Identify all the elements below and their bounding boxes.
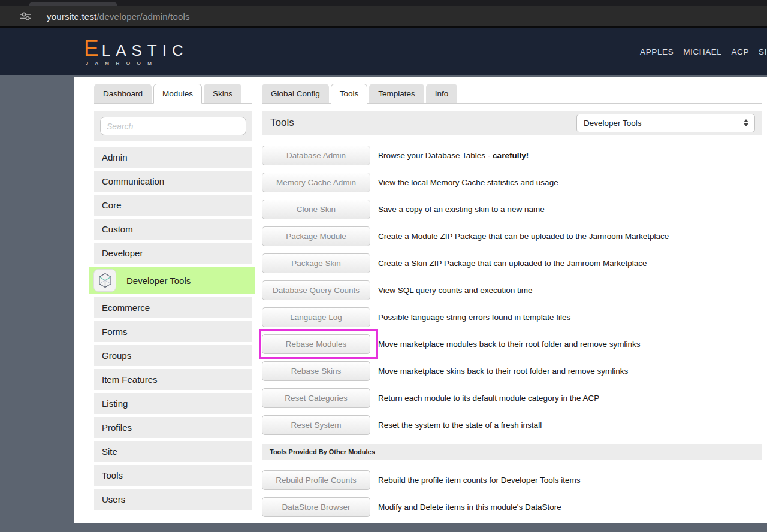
package-module-button[interactable]: Package Module <box>262 226 370 246</box>
tool-row-reset-categories: Reset CategoriesReturn each module to it… <box>262 388 762 408</box>
language-log-button[interactable]: Language Log <box>262 307 370 327</box>
tool-row-database-admin: Database AdminBrowse your Database Table… <box>262 146 762 165</box>
sidebar-item-core[interactable]: Core <box>94 195 252 216</box>
sidebar-item-admin[interactable]: Admin <box>94 147 252 168</box>
tool-row-clone-skin: Clone SkinSave a copy of an existing ski… <box>262 200 762 219</box>
sidebar-item-label: Users <box>102 494 125 504</box>
browser-tab[interactable] <box>29 2 117 6</box>
rebase-modules-button[interactable]: Rebase Modules <box>262 334 370 354</box>
nav-item-michael[interactable]: MICHAEL <box>683 47 721 56</box>
tab-global-config[interactable]: Global Config <box>262 84 329 103</box>
sidebar-item-label: Profiles <box>102 422 132 433</box>
database-query-counts-button[interactable]: Database Query Counts <box>262 280 370 300</box>
content-card: DashboardModulesSkins Global ConfigTools… <box>74 77 767 523</box>
rebuild-profile-counts-description: Rebuild the profile item counts for Deve… <box>378 476 580 485</box>
datastore-browser-description: Modify and Delete items in this module's… <box>378 503 561 512</box>
sidebar-item-label: Core <box>102 200 122 210</box>
tool-row-rebase-modules: Rebase ModulesMove marketplace modules b… <box>262 334 762 354</box>
language-log-description: Possible language string errors found in… <box>378 313 570 322</box>
url-text[interactable]: yoursite.test/developer/admin/tools <box>47 11 190 22</box>
memory-cache-admin-button[interactable]: Memory Cache Admin <box>262 173 370 192</box>
section-header: Tools Provided By Other Modules <box>262 444 762 460</box>
rebase-skins-button[interactable]: Rebase Skins <box>262 361 370 381</box>
reset-system-button[interactable]: Reset System <box>262 415 370 435</box>
sidebar-item-users[interactable]: Users <box>94 489 252 510</box>
sidebar-item-developer-tools[interactable]: Developer Tools <box>89 267 255 294</box>
tab-tools[interactable]: Tools <box>331 84 368 104</box>
sidebar-item-label: Item Features <box>102 374 158 385</box>
sidebar-item-listing[interactable]: Listing <box>94 393 252 414</box>
sidebar-item-site[interactable]: Site <box>94 441 252 462</box>
sidebar-item-profiles[interactable]: Profiles <box>94 417 252 438</box>
other-tool-list: Rebuild Profile CountsRebuild the profil… <box>262 470 762 517</box>
sidebar-item-custom[interactable]: Custom <box>94 219 252 240</box>
sidebar-item-label: Forms <box>102 327 128 337</box>
tab-modules[interactable]: Modules <box>153 84 202 104</box>
datastore-browser-button[interactable]: DataStore Browser <box>262 497 370 517</box>
nav-item-apples[interactable]: APPLES <box>640 47 674 56</box>
sidebar-item-label: Ecommerce <box>102 303 150 313</box>
reset-system-description: Reset the system to the state of a fresh… <box>378 421 542 430</box>
logo-wordmark: LASTIC <box>102 43 189 58</box>
sidebar-item-label: Developer <box>102 248 143 258</box>
logo-initial: E <box>84 37 99 59</box>
package-skin-button[interactable]: Package Skin <box>262 253 370 273</box>
sidebar-item-forms[interactable]: Forms <box>94 321 252 342</box>
tab-group-tools: Global ConfigToolsTemplatesInfo <box>262 84 762 104</box>
tool-row-language-log: Language LogPossible language string err… <box>262 307 762 327</box>
sliders-icon[interactable] <box>20 12 31 20</box>
package-skin-description: Create a Skin ZIP Package that can uploa… <box>378 259 647 268</box>
highlighted-button-wrap: Rebase Modules <box>262 334 370 354</box>
elastic-jamroom-logo[interactable]: E LASTIC JAMROOM <box>84 37 189 66</box>
tools-select[interactable]: Developer Tools <box>576 114 755 132</box>
tool-row-memory-cache-admin: Memory Cache AdminView the local Memory … <box>262 173 762 192</box>
reset-categories-description: Return each module to its default module… <box>378 394 599 403</box>
sidebar-item-label: Site <box>102 446 117 457</box>
app-header: E LASTIC JAMROOM APPLESMICHAELACPSI <box>0 28 767 75</box>
rebuild-profile-counts-button[interactable]: Rebuild Profile Counts <box>262 470 370 490</box>
tab-templates[interactable]: Templates <box>369 84 424 103</box>
sidebar-item-ecommerce[interactable]: Ecommerce <box>94 297 252 318</box>
select-arrows-icon <box>744 119 748 126</box>
database-admin-button[interactable]: Database Admin <box>262 146 370 165</box>
database-admin-description: Browse your Database Tables - carefully! <box>378 151 529 160</box>
sidebar-item-label: Tools <box>102 470 123 480</box>
memory-cache-admin-description: View the local Memory Cache statistics a… <box>378 178 558 187</box>
logo-subtitle: JAMROOM <box>86 61 189 66</box>
tab-info[interactable]: Info <box>426 84 458 103</box>
browser-url-bar[interactable]: yoursite.test/developer/admin/tools <box>0 6 767 28</box>
nav-item-site[interactable]: SI <box>759 47 767 56</box>
sidebar-item-developer[interactable]: Developer <box>94 243 252 264</box>
sidebar-item-label: Admin <box>102 152 128 162</box>
nav-item-acp[interactable]: ACP <box>731 47 749 56</box>
sidebar-item-label: Communication <box>102 176 164 186</box>
rebase-modules-description: Move marketplace modules back to their r… <box>378 340 640 349</box>
reset-categories-button[interactable]: Reset Categories <box>262 388 370 408</box>
sidebar-item-label: Custom <box>102 224 133 234</box>
tab-group-modules: DashboardModulesSkins <box>94 84 252 104</box>
sidebar-item-item-features[interactable]: Item Features <box>94 369 252 390</box>
tool-list: Database AdminBrowse your Database Table… <box>262 146 762 435</box>
header-nav: APPLESMICHAELACPSI <box>640 47 767 56</box>
sidebar-item-communication[interactable]: Communication <box>94 171 252 192</box>
url-host: yoursite.test <box>47 11 96 22</box>
cube-icon <box>93 269 116 292</box>
sidebar-item-tools[interactable]: Tools <box>94 465 252 486</box>
clone-skin-button[interactable]: Clone Skin <box>262 200 370 219</box>
sidebar-item-label: Listing <box>102 398 128 409</box>
sidebar-item-groups[interactable]: Groups <box>94 345 252 366</box>
tab-dashboard[interactable]: Dashboard <box>94 84 152 103</box>
tool-row-rebuild-profile-counts: Rebuild Profile CountsRebuild the profil… <box>262 470 762 490</box>
clone-skin-description: Save a copy of an existing skin to a new… <box>378 205 545 214</box>
page-title: Tools <box>270 117 294 129</box>
browser-tab-strip <box>0 0 767 6</box>
tabs-row: DashboardModulesSkins Global ConfigTools… <box>94 84 762 104</box>
tools-select-value: Developer Tools <box>584 119 642 128</box>
search-input[interactable] <box>100 117 246 135</box>
main-panel-header: Tools Developer Tools <box>262 111 762 135</box>
rebase-skins-description: Move marketplace skins back to their roo… <box>378 367 628 376</box>
url-path: /developer/admin/tools <box>96 11 189 22</box>
tool-row-package-module: Package ModuleCreate a Module ZIP Packag… <box>262 226 762 246</box>
tab-skins[interactable]: Skins <box>204 84 241 103</box>
tool-row-database-query-counts: Database Query CountsView SQL query coun… <box>262 280 762 300</box>
